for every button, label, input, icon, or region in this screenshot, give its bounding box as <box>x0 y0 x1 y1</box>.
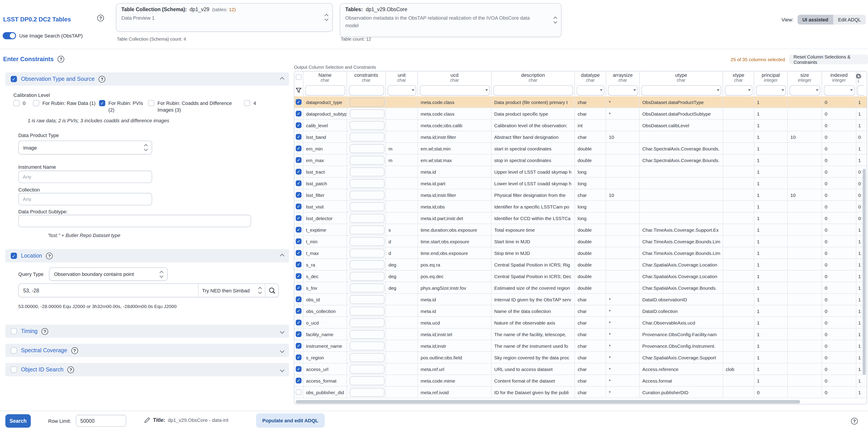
row-checkbox[interactable]: ✓ <box>296 227 302 233</box>
row-checkbox[interactable]: ✓ <box>296 354 302 360</box>
row-checkbox[interactable]: ✓ <box>296 169 302 175</box>
filter-input-constraints[interactable] <box>349 85 384 95</box>
calibration-checkbox[interactable] <box>148 100 154 106</box>
constraint-input[interactable] <box>350 365 384 373</box>
section-help-icon[interactable]: ? <box>46 253 53 259</box>
row-checkbox[interactable]: ✓ <box>296 273 302 279</box>
resolver-select[interactable]: Try NED then Simbad <box>198 284 265 297</box>
chevron-down-icon[interactable] <box>280 348 284 353</box>
row-checkbox[interactable]: ✓ <box>296 204 302 209</box>
filter-dropdown-caret-icon[interactable] <box>816 89 818 91</box>
coordinates-input[interactable] <box>19 284 198 297</box>
chevron-up-icon[interactable] <box>280 77 284 81</box>
section-observation-type[interactable]: ✓ Observation Type and Source ? <box>5 72 289 86</box>
constraint-input[interactable] <box>350 202 384 211</box>
row-checkbox[interactable]: ✓ <box>296 134 302 140</box>
filter-input-utype[interactable] <box>641 85 721 95</box>
row-checkbox[interactable]: ✓ <box>296 111 302 116</box>
section-help-icon[interactable]: ? <box>41 328 48 335</box>
constraint-input[interactable] <box>350 341 384 350</box>
populate-adql-button[interactable]: Populate and edit ADQL <box>256 413 324 428</box>
search-button[interactable]: Search <box>5 414 31 428</box>
constraints-help-icon[interactable]: ? <box>58 56 64 62</box>
filter-dropdown-caret-icon[interactable] <box>781 89 784 91</box>
constraint-input[interactable] <box>350 295 384 304</box>
calibration-checkbox[interactable] <box>244 100 250 106</box>
constraint-input[interactable] <box>350 260 384 269</box>
footer-help-icon[interactable]: ? <box>851 418 858 425</box>
section-checkbox[interactable] <box>11 328 17 334</box>
settings-gear-icon[interactable] <box>855 73 862 81</box>
constraint-input[interactable] <box>350 191 384 199</box>
vertical-scrollbar[interactable] <box>863 169 866 375</box>
filter-dropdown-caret-icon[interactable] <box>717 89 719 91</box>
collection-input[interactable] <box>18 193 152 205</box>
filter-dropdown-caret-icon[interactable] <box>600 89 602 91</box>
filter-input-description[interactable] <box>493 85 573 95</box>
filter-dropdown-caret-icon[interactable] <box>412 89 414 91</box>
row-checkbox[interactable]: ✓ <box>296 378 302 383</box>
constraint-input[interactable] <box>350 109 384 118</box>
calibration-checkbox[interactable] <box>33 100 39 106</box>
filter-input-indexed[interactable] <box>824 85 855 95</box>
section-checkbox[interactable] <box>11 367 17 373</box>
section-checkbox[interactable]: ✓ <box>11 76 17 82</box>
constraint-input[interactable] <box>350 353 384 362</box>
constraint-input[interactable] <box>350 318 384 327</box>
constraint-input[interactable] <box>350 121 384 130</box>
constraint-input[interactable] <box>350 132 384 141</box>
horizontal-scrollbar[interactable] <box>296 400 800 404</box>
filter-dropdown-caret-icon[interactable] <box>633 89 636 91</box>
section-checkbox[interactable] <box>11 347 17 353</box>
row-checkbox[interactable]: ✓ <box>296 180 302 186</box>
row-checkbox[interactable]: ✓ <box>296 122 302 128</box>
row-checkbox[interactable]: ✓ <box>296 192 302 198</box>
constraint-input[interactable] <box>350 144 384 153</box>
row-limit-input[interactable] <box>76 415 126 427</box>
section-spectral-coverage[interactable]: Spectral Coverage? <box>5 344 289 357</box>
section-help-icon[interactable]: ? <box>67 366 74 373</box>
image-search-toggle[interactable] <box>3 32 16 39</box>
constraint-input[interactable] <box>350 167 384 176</box>
schema-select[interactable]: Table Collection (Schema): dp1_v29 (tabl… <box>116 3 333 32</box>
filter-dropdown-caret-icon[interactable] <box>850 89 853 91</box>
constraint-input[interactable] <box>350 225 384 234</box>
row-checkbox[interactable]: ✓ <box>296 296 302 302</box>
constraint-input[interactable] <box>350 271 384 281</box>
row-checkbox[interactable]: ✓ <box>296 308 302 314</box>
constraint-input[interactable] <box>350 179 384 188</box>
chevron-down-icon[interactable] <box>280 329 284 334</box>
section-help-icon[interactable]: ? <box>99 76 105 82</box>
constraint-input[interactable] <box>350 307 384 315</box>
filter-input-Name[interactable] <box>305 85 345 95</box>
chevron-up-icon[interactable] <box>280 254 284 258</box>
reset-columns-button[interactable]: Reset Column Selections & Constraints <box>789 54 868 64</box>
filter-dropdown-caret-icon[interactable] <box>748 89 751 91</box>
data-product-type-select[interactable]: Image <box>18 141 152 154</box>
constraint-input[interactable] <box>350 249 384 257</box>
constraint-input[interactable] <box>350 376 384 385</box>
data-product-subtype-input[interactable] <box>18 215 251 227</box>
row-checkbox[interactable]: ✓ <box>296 262 302 267</box>
row-checkbox[interactable]: ✓ <box>296 146 302 151</box>
filter-input-extra[interactable] <box>857 85 864 95</box>
row-checkbox[interactable]: ✓ <box>296 343 302 349</box>
row-checkbox[interactable]: ✓ <box>296 157 302 163</box>
constraint-input[interactable] <box>350 213 384 223</box>
view-option-ui-assisted[interactable]: UI assisted <box>797 15 833 25</box>
row-checkbox[interactable]: ✓ <box>296 320 302 325</box>
filter-dropdown-caret-icon[interactable] <box>485 89 488 91</box>
row-checkbox[interactable]: ✓ <box>296 366 302 372</box>
filter-input-ucd[interactable] <box>420 85 490 95</box>
row-checkbox[interactable]: ✓ <box>296 215 302 221</box>
constraint-input[interactable] <box>350 388 384 397</box>
section-checkbox[interactable]: ✓ <box>11 253 17 259</box>
calibration-checkbox[interactable]: ✓ <box>99 100 105 106</box>
constraint-input[interactable] <box>350 330 384 339</box>
constraint-input[interactable] <box>350 283 384 292</box>
section-help-icon[interactable]: ? <box>71 347 78 354</box>
view-option-edit-adql[interactable]: Edit ADQL <box>833 15 866 25</box>
section-object-id-search[interactable]: Object ID Search? <box>5 363 289 376</box>
locate-button[interactable] <box>265 284 278 297</box>
section-location[interactable]: ✓ Location ? <box>5 249 289 262</box>
